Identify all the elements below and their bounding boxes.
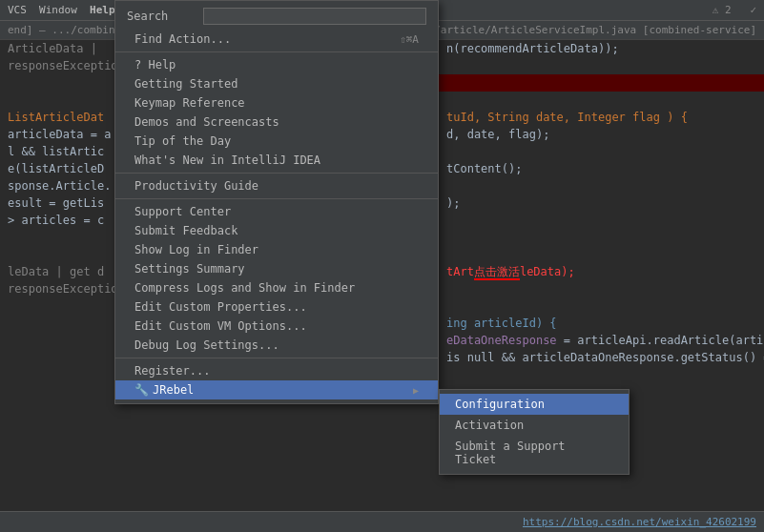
menu-item-label: Debug Log Settings...	[134, 338, 279, 352]
menu-item-find-action[interactable]: Find Action... ⇧⌘A	[115, 30, 438, 49]
menu-item-label: Productivity Guide	[134, 179, 258, 193]
jrebel-submenu[interactable]: Configuration Activation Submit a Suppor…	[439, 389, 630, 475]
submenu-item-label: Configuration	[455, 398, 545, 411]
menu-item-label: Tip of the Day	[134, 134, 231, 148]
menu-item-whats-new[interactable]: What's New in IntelliJ IDEA	[115, 151, 438, 170]
menu-item-submit-feedback[interactable]: Submit Feedback	[115, 221, 438, 240]
menu-item-debug-log[interactable]: Debug Log Settings...	[115, 336, 438, 355]
menu-item-label: Submit Feedback	[134, 224, 237, 237]
menu-item-keymap[interactable]: Keymap Reference	[115, 93, 438, 113]
menu-item-label: What's New in IntelliJ IDEA	[134, 153, 320, 167]
menu-item-label: Show Log in Finder	[134, 243, 258, 256]
menu-item-label: Keymap Reference	[134, 96, 245, 110]
menu-item-shortcut: ⇧⌘A	[400, 33, 419, 46]
menu-item-label: Edit Custom Properties...	[134, 300, 307, 314]
menu-item-demos[interactable]: Demos and Screencasts	[115, 113, 438, 132]
submenu-arrow-icon: ▶	[413, 385, 419, 396]
menu-bar-text: VCS Window Help	[8, 4, 115, 16]
submenu-item-configuration[interactable]: Configuration	[440, 394, 629, 415]
menu-item-show-log[interactable]: Show Log in Finder	[115, 240, 438, 259]
search-input[interactable]	[203, 8, 426, 25]
submenu-item-label: Activation	[455, 419, 524, 432]
menu-separator-2	[115, 173, 438, 174]
menu-item-label: Demos and Screencasts	[134, 115, 279, 129]
menu-item-label: Settings Summary	[134, 262, 245, 276]
menu-item-label: Compress Logs and Show in Finder	[134, 281, 355, 295]
search-label: Search	[127, 10, 203, 23]
menu-item-label: ? Help	[134, 58, 176, 72]
menu-item-label: Getting Started	[134, 77, 237, 91]
menu-item-jrebel[interactable]: 🔧 JRebel ▶	[115, 380, 438, 399]
menu-item-productivity[interactable]: Productivity Guide	[115, 176, 438, 195]
menu-item-label: JRebel	[153, 383, 194, 397]
breadcrumb: end] — .../combine	[8, 24, 121, 36]
jrebel-icon: 🔧	[134, 383, 149, 397]
submenu-item-support-ticket[interactable]: Submit a Support Ticket	[440, 436, 629, 470]
menu-separator-3	[115, 198, 438, 199]
menu-search-row: Search	[115, 5, 438, 28]
url-link[interactable]: https://blog.csdn.net/weixin_42602199	[523, 516, 756, 528]
menu-item-label: Register...	[134, 364, 210, 378]
menu-item-custom-vm[interactable]: Edit Custom VM Options...	[115, 317, 438, 336]
submenu-item-label: Submit a Support Ticket	[455, 440, 566, 466]
menu-separator-1	[115, 51, 438, 52]
status-bar: https://blog.csdn.net/weixin_42602199	[0, 511, 764, 532]
filepath: service/article/ArticleServiceImpl.java …	[390, 24, 756, 36]
help-menu[interactable]: Search Find Action... ⇧⌘A ? Help Getting…	[114, 0, 439, 404]
menu-item-custom-props[interactable]: Edit Custom Properties...	[115, 297, 438, 317]
menu-item-support-center[interactable]: Support Center	[115, 202, 438, 221]
menu-item-register[interactable]: Register...	[115, 361, 438, 380]
menu-item-compress-logs[interactable]: Compress Logs and Show in Finder	[115, 278, 438, 297]
menu-item-label: Edit Custom VM Options...	[134, 319, 307, 333]
menu-item-label: Find Action...	[134, 32, 231, 46]
menu-item-tip[interactable]: Tip of the Day	[115, 132, 438, 151]
menu-item-getting-started[interactable]: Getting Started	[115, 74, 438, 93]
menu-separator-4	[115, 358, 438, 358]
menu-item-settings-summary[interactable]: Settings Summary	[115, 259, 438, 278]
menu-item-label: Support Center	[134, 205, 231, 218]
submenu-item-activation[interactable]: Activation	[440, 415, 629, 436]
menu-item-help[interactable]: ? Help	[115, 55, 438, 74]
notifications: ⚠ 2 ✓	[712, 4, 756, 16]
